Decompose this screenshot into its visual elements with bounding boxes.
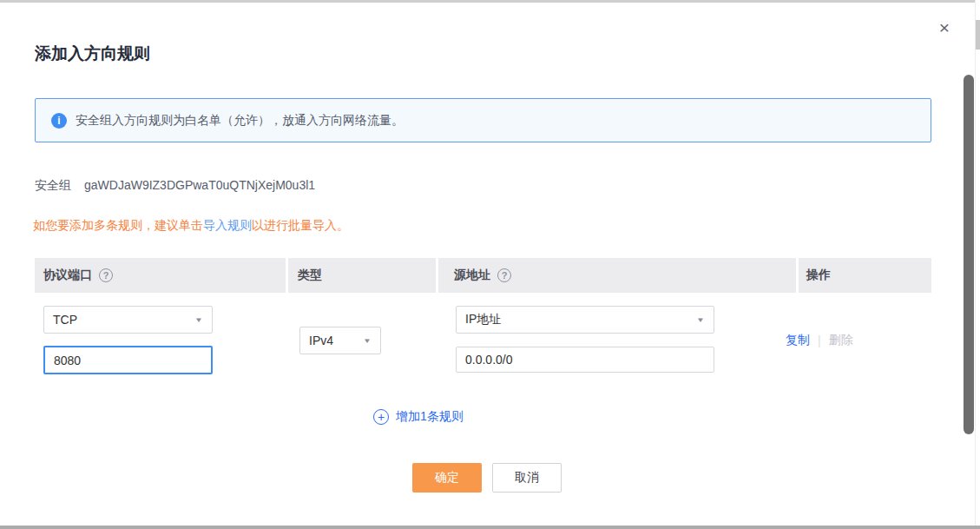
dialog-title: 添加入方向规则 (35, 43, 150, 65)
column-header-action: 操作 (799, 258, 931, 293)
security-group-label: 安全组 (35, 178, 71, 194)
confirm-button[interactable]: 确定 (412, 463, 482, 493)
plus-circle-icon: + (373, 409, 389, 425)
info-icon: i (51, 113, 67, 129)
protocol-select[interactable]: TCP ▼ (43, 306, 213, 334)
close-icon[interactable]: × (933, 17, 956, 40)
delete-rule-button[interactable]: 删除 (829, 333, 853, 348)
rules-table-header: 协议端口 ? 类型 源地址 ? 操作 (35, 258, 931, 293)
tip-text-suffix: 以进行批量导入。 (252, 218, 349, 232)
dialog-scrollbar[interactable] (964, 75, 974, 434)
source-type-select[interactable]: IP地址 ▼ (456, 306, 714, 334)
cancel-button[interactable]: 取消 (492, 463, 562, 493)
protocol-select-value: TCP (53, 313, 77, 327)
info-banner-text: 安全组入方向规则为白名单（允许），放通入方向网络流量。 (76, 113, 404, 129)
add-inbound-rule-dialog: × 添加入方向规则 i 安全组入方向规则为白名单（允许），放通入方向网络流量。 … (0, 0, 980, 529)
ip-version-select-value: IPv4 (309, 334, 333, 347)
security-group-value: gaWDJaW9IZ3DGPwaT0uQTNjXejM0u3l1 (84, 178, 315, 194)
source-type-select-value: IP地址 (465, 312, 501, 327)
add-rule-label: 增加1条规则 (396, 409, 464, 425)
page-right-edge (975, 0, 980, 529)
import-rules-link[interactable]: 导入规则 (203, 218, 252, 232)
column-header-label: 操作 (806, 268, 831, 283)
column-header-protocol-port: 协议端口 ? (35, 258, 286, 293)
page-scrollbar-track-stub (976, 20, 980, 50)
source-address-input[interactable] (456, 347, 714, 373)
add-rule-button[interactable]: + 增加1条规则 (373, 409, 464, 425)
column-header-source: 源地址 ? (438, 258, 796, 293)
chevron-down-icon: ▼ (363, 337, 372, 345)
info-banner: i 安全组入方向规则为白名单（允许），放通入方向网络流量。 (35, 98, 931, 142)
security-group-row: 安全组 gaWDJaW9IZ3DGPwaT0uQTNjXejM0u3l1 (35, 178, 315, 194)
column-header-label: 协议端口 (43, 268, 92, 283)
chevron-down-icon: ▼ (696, 316, 705, 324)
column-header-label: 源地址 (454, 268, 490, 283)
column-header-type: 类型 (288, 258, 436, 293)
chevron-down-icon: ▼ (194, 316, 203, 324)
window-bottom-edge (0, 526, 980, 529)
column-header-label: 类型 (298, 268, 322, 283)
window-top-edge (0, 0, 980, 3)
tip-text-prefix: 如您要添加多条规则，建议单击 (33, 218, 203, 232)
actions-divider: | (818, 334, 821, 347)
port-input[interactable] (43, 346, 213, 374)
copy-rule-button[interactable]: 复制 (786, 333, 810, 348)
row-actions: 复制 | 删除 (786, 333, 853, 348)
source-help-icon[interactable]: ? (497, 268, 511, 282)
protocol-help-icon[interactable]: ? (99, 268, 113, 282)
batch-import-tip: 如您要添加多条规则，建议单击导入规则以进行批量导入。 (33, 218, 349, 234)
ip-version-select[interactable]: IPv4 ▼ (299, 327, 381, 354)
